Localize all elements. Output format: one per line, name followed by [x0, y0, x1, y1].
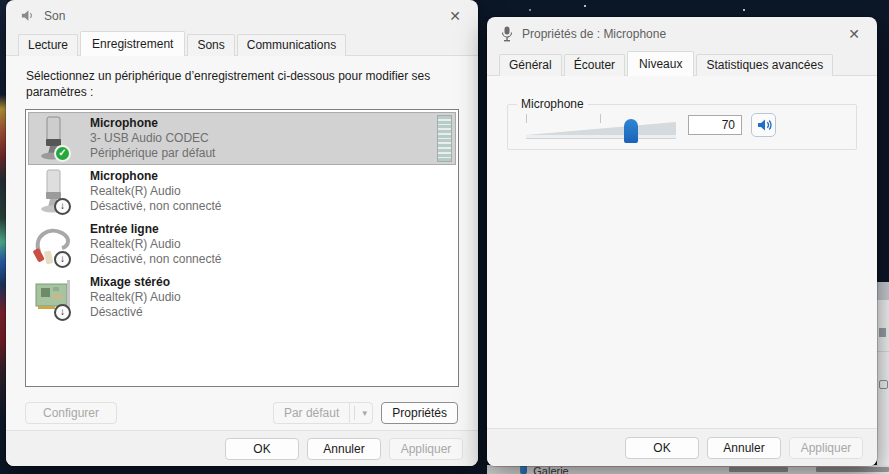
background-window-edge [877, 282, 889, 474]
properties-tabstrip: Général Écouter Niveaux Statistiques ava… [487, 51, 877, 75]
tab-sons[interactable]: Sons [187, 34, 234, 56]
device-detail: 3- USB Audio CODEC [90, 131, 215, 146]
speaker-icon [756, 117, 772, 133]
close-icon[interactable]: ✕ [446, 7, 464, 25]
device-status: Désactivé [90, 305, 181, 320]
ok-button[interactable]: OK [225, 438, 299, 460]
chevron-down-icon: ▼ [361, 409, 369, 418]
recording-device-list: ✓ Microphone 3- USB Audio CODEC Périphér… [25, 109, 459, 387]
set-default-button[interactable]: Par défaut [273, 402, 349, 424]
sound-footer: OK Annuler Appliquer [6, 430, 478, 466]
sound-window-title: Son [44, 9, 65, 23]
device-row-line-in[interactable]: ↓ Entrée ligne Realtek(R) Audio Désactiv… [28, 218, 456, 271]
speaker-app-icon [20, 8, 35, 23]
device-name: Microphone [90, 116, 215, 131]
sound-card-icon: ↓ [33, 274, 77, 322]
volume-value-field[interactable] [688, 115, 742, 135]
gallery-icon [520, 465, 527, 474]
tab-enregistrement[interactable]: Enregistrement [80, 31, 185, 56]
properties-footer: OK Annuler Appliquer [487, 428, 877, 466]
desktop: Galerie Son ✕ Lecture Enregistrement Son… [0, 0, 889, 474]
device-status: Désactivé, non connecté [90, 199, 221, 214]
group-label: Microphone [517, 97, 588, 111]
device-row-stereo-mix[interactable]: ↓ Mixage stéréo Realtek(R) Audio Désacti… [28, 271, 456, 324]
device-detail: Realtek(R) Audio [90, 184, 221, 199]
input-level-meter [437, 115, 452, 162]
sound-tabstrip: Lecture Enregistrement Sons Communicatio… [6, 31, 478, 55]
volume-wedge [526, 114, 676, 144]
desktop-microphone-icon: ↓ [33, 168, 77, 216]
cancel-button[interactable]: Annuler [307, 438, 381, 460]
sound-window: Son ✕ Lecture Enregistrement Sons Commun… [6, 0, 478, 466]
tab-general[interactable]: Général [499, 54, 562, 76]
instruction-text: Sélectionnez un périphérique d’enregistr… [26, 68, 458, 100]
microphone-properties-window: Propriétés de : Microphone ✕ Général Éco… [487, 17, 877, 466]
microphone-app-icon [501, 26, 513, 42]
properties-button[interactable]: Propriétés [381, 402, 458, 424]
volume-slider-thumb[interactable] [624, 119, 638, 143]
device-action-buttons: Configurer Par défaut ▼ Propriétés [25, 402, 458, 424]
background-window-bottom: Galerie [487, 465, 889, 474]
cancel-button[interactable]: Annuler [707, 437, 781, 459]
tab-niveaux[interactable]: Niveaux [627, 51, 694, 76]
disabled-arrow-icon: ↓ [54, 198, 71, 215]
gallery-label: Galerie [533, 465, 568, 474]
tab-ecouter[interactable]: Écouter [564, 54, 625, 76]
close-icon[interactable]: ✕ [845, 25, 863, 43]
properties-titlebar: Propriétés de : Microphone ✕ [487, 17, 877, 51]
mute-toggle-button[interactable] [751, 113, 776, 137]
ok-button[interactable]: OK [625, 437, 699, 459]
sound-titlebar: Son ✕ [6, 0, 478, 31]
tab-statistiques-avancees[interactable]: Statistiques avancées [696, 54, 833, 76]
device-row-realtek-microphone[interactable]: ↓ Microphone Realtek(R) Audio Désactivé,… [28, 165, 456, 218]
apply-button[interactable]: Appliquer [389, 438, 463, 460]
device-name: Mixage stéréo [90, 275, 181, 290]
line-in-cable-icon: ↓ [33, 221, 77, 269]
tab-lecture[interactable]: Lecture [18, 34, 78, 56]
device-status: Désactivé, non connecté [90, 252, 221, 267]
device-name: Entrée ligne [90, 222, 221, 237]
set-default-dropdown-button[interactable]: ▼ [349, 402, 373, 424]
configure-button[interactable]: Configurer [25, 402, 117, 424]
apply-button[interactable]: Appliquer [789, 437, 863, 459]
disabled-arrow-icon: ↓ [54, 304, 71, 321]
recording-tab-page: Sélectionnez un périphérique d’enregistr… [6, 55, 478, 430]
device-name: Microphone [90, 169, 221, 184]
device-status: Périphérique par défaut [90, 146, 215, 161]
tab-communications[interactable]: Communications [237, 34, 346, 56]
default-device-check-icon: ✓ [54, 145, 71, 162]
volume-slider[interactable] [526, 114, 676, 144]
device-detail: Realtek(R) Audio [90, 237, 221, 252]
disabled-arrow-icon: ↓ [54, 251, 71, 268]
levels-tab-page: Microphone [487, 75, 877, 428]
device-detail: Realtek(R) Audio [90, 290, 181, 305]
properties-window-title: Propriétés de : Microphone [522, 27, 666, 41]
device-row-usb-microphone[interactable]: ✓ Microphone 3- USB Audio CODEC Périphér… [28, 112, 456, 165]
microphone-level-group: Microphone [507, 104, 857, 150]
usb-microphone-icon: ✓ [33, 115, 77, 163]
